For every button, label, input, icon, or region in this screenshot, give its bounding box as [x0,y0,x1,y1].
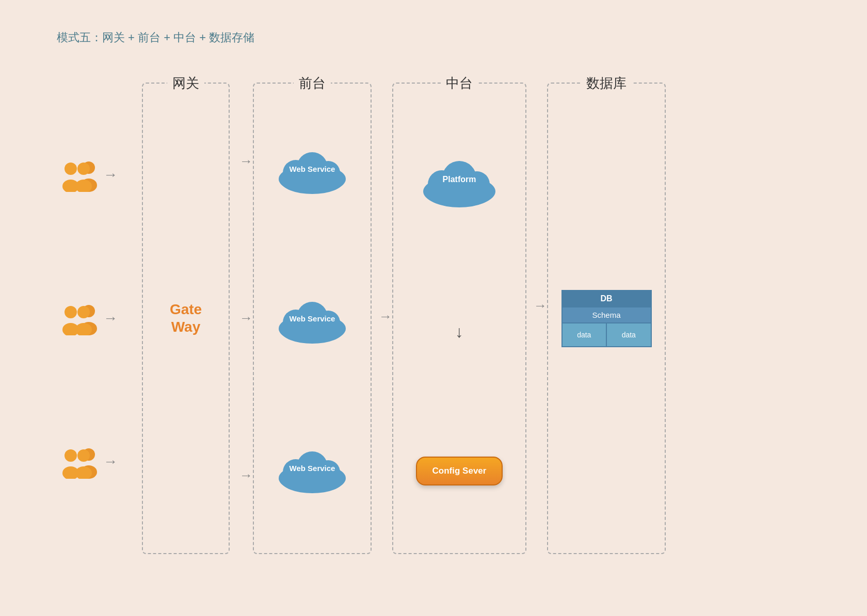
arrow-3: → [103,453,118,470]
web-service-2: Web Service [272,293,352,344]
gw-arrow-out-2: → [239,310,253,326]
web-service-1: Web Service [272,143,352,194]
svg-point-8 [65,306,77,318]
users-section: → → → [41,62,134,575]
svg-point-4 [77,163,90,175]
db-table: DB Schema data data [561,290,652,347]
svg-point-10 [77,306,90,318]
middle-content: Platform ↓ Config Sever [393,94,525,543]
config-sever-box: Config Sever [416,457,503,485]
gateway-section: 网关 GateWay → → → [134,62,237,575]
arrow-2: → [103,310,118,327]
db-schema: Schema [563,307,651,323]
db-title: 数据库 [581,74,632,92]
user-group-icon-1 [58,158,99,192]
user-row-2: → [58,302,118,335]
db-data-row: data data [563,323,651,346]
arrow-1: → [103,167,118,183]
frontend-section: 前台 Web Service [248,62,377,575]
svg-point-16 [77,449,90,462]
ws3-label: Web Service [290,464,335,473]
middle-dashed-box: 中台 Platform [392,83,526,554]
db-content: DB Schema data data [548,94,665,543]
user-row-3: → [58,445,118,479]
gateway-arrows-out: → → → [239,83,253,554]
page-title: 模式五：网关 + 前台 + 中台 + 数据存储 [57,30,254,45]
diagram-container: → → → [41,62,826,575]
mid-arrow-out: → [534,298,547,313]
gateway-arrows-in [134,83,237,554]
db-dashed-box: 数据库 DB Schema data data [547,83,666,554]
svg-point-14 [65,449,77,462]
gw-arrow-out-1: → [239,153,253,169]
web-service-3: Web Service [272,442,352,494]
down-arrow: ↓ [455,322,463,342]
middle-title: 中台 [441,74,478,92]
db-header: DB [563,291,651,307]
user-group-icon-3 [58,445,99,479]
platform-label: Platform [443,175,476,184]
user-group-icon-2 [58,302,99,335]
middle-arrow-out: → [534,298,547,314]
middle-section: 中台 Platform [387,62,532,575]
ws2-label: Web Service [290,314,335,323]
svg-point-2 [65,163,77,175]
db-data-cell-2: data [607,323,651,346]
fe-arrow-out: → [379,309,392,324]
frontend-arrow-out: → [379,309,392,325]
frontend-content: Web Service Web Service [254,94,371,543]
ws1-label: Web Service [290,165,335,173]
user-row-1: → [58,158,118,192]
frontend-title: 前台 [294,74,331,92]
platform-cloud: Platform [417,151,502,208]
db-data-cell-1: data [563,323,607,346]
db-section: 数据库 DB Schema data data [542,62,671,575]
frontend-dashed-box: 前台 Web Service [253,83,372,554]
gw-arrow-out-3: → [239,467,253,483]
